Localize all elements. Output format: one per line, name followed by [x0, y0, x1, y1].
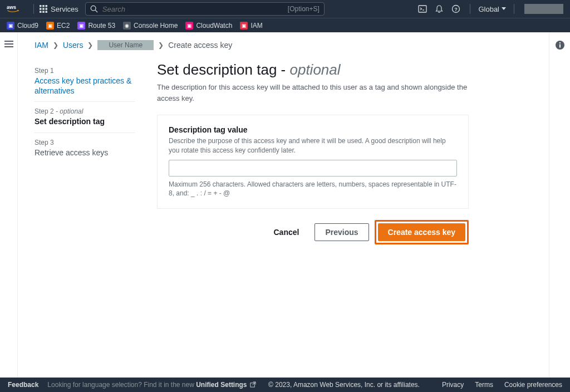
- svg-rect-21: [559, 45, 561, 48]
- step-2-label: Set description tag: [35, 116, 135, 126]
- language-hint: Looking for language selection? Find it …: [47, 381, 256, 389]
- svg-rect-2: [42, 5, 45, 7]
- field-hint: Maximum 256 characters. Allowed characte…: [169, 180, 457, 199]
- copyright: © 2023, Amazon Web Services, Inc. or its…: [268, 381, 420, 389]
- unified-settings-link[interactable]: Unified Settings: [196, 381, 247, 389]
- notifications-icon[interactable]: [431, 1, 448, 17]
- iam-icon: ▣: [240, 22, 248, 30]
- page-description: The description for this access key will…: [157, 82, 469, 104]
- divider: [470, 4, 470, 14]
- breadcrumb-current: Create access key: [168, 41, 232, 50]
- step-3: Step 3 Retrieve access keys: [35, 133, 135, 163]
- fav-cloud9[interactable]: ▣Cloud9: [7, 22, 38, 30]
- divider: [514, 4, 514, 14]
- svg-line-11: [95, 10, 97, 12]
- ec2-icon: ▣: [46, 22, 54, 30]
- breadcrumb: IAM ❯ Users ❯ User Name ❯ Create access …: [18, 32, 549, 50]
- feedback-link[interactable]: Feedback: [8, 381, 38, 389]
- account-menu[interactable]: [524, 4, 563, 14]
- previous-button[interactable]: Previous: [315, 223, 368, 241]
- aws-logo[interactable]: aws: [7, 4, 23, 14]
- console-home-icon: ◉: [123, 22, 131, 30]
- field-help: Describe the purpose of this access key …: [169, 136, 457, 155]
- svg-rect-5: [42, 8, 45, 10]
- divider: [33, 4, 34, 14]
- top-nav: aws Services [Option+S] ? Global: [0, 0, 570, 18]
- svg-text:aws: aws: [7, 4, 16, 10]
- chevron-down-icon: [502, 7, 506, 11]
- cookie-prefs-link[interactable]: Cookie preferences: [504, 381, 562, 389]
- svg-rect-1: [40, 5, 42, 7]
- search-shortcut: [Option+S]: [288, 5, 320, 13]
- help-icon[interactable]: ?: [448, 1, 464, 17]
- fav-ec2[interactable]: ▣EC2: [46, 22, 70, 30]
- description-tag-input[interactable]: [169, 160, 457, 177]
- privacy-link[interactable]: Privacy: [442, 381, 464, 389]
- fav-cloudwatch[interactable]: ▣CloudWatch: [185, 22, 232, 30]
- wizard-steps: Step 1 Access key best practices & alter…: [35, 61, 135, 244]
- cloud9-icon: ▣: [7, 22, 14, 30]
- route53-icon: ▣: [77, 22, 85, 30]
- fav-console-home[interactable]: ◉Console Home: [123, 22, 178, 30]
- svg-rect-20: [559, 42, 561, 43]
- step-1[interactable]: Step 1 Access key best practices & alter…: [35, 61, 135, 102]
- cloudshell-icon[interactable]: [414, 1, 431, 17]
- svg-rect-3: [46, 5, 48, 7]
- favorites-bar: ▣Cloud9 ▣EC2 ▣Route 53 ◉Console Home ▣Cl…: [0, 18, 570, 32]
- services-label: Services: [51, 5, 78, 13]
- chevron-right-icon: ❯: [53, 41, 58, 49]
- svg-rect-12: [419, 6, 426, 12]
- breadcrumb-iam[interactable]: IAM: [35, 41, 48, 50]
- page-title: Set description tag - optional: [157, 61, 469, 79]
- cancel-button[interactable]: Cancel: [264, 223, 309, 241]
- fav-iam[interactable]: ▣IAM: [240, 22, 262, 30]
- region-selector[interactable]: Global: [478, 5, 506, 13]
- cloudwatch-icon: ▣: [185, 22, 193, 30]
- action-row: Cancel Previous Create access key: [157, 220, 469, 244]
- footer: Feedback Looking for language selection?…: [0, 378, 570, 392]
- chevron-right-icon: ❯: [87, 41, 93, 49]
- fav-route53[interactable]: ▣Route 53: [77, 22, 115, 30]
- svg-rect-9: [46, 11, 48, 13]
- step-1-label: Access key best practices & alternatives: [35, 76, 135, 96]
- svg-rect-4: [40, 8, 42, 10]
- terms-link[interactable]: Terms: [475, 381, 493, 389]
- field-label: Description tag value: [169, 125, 457, 134]
- create-button-highlight: Create access key: [375, 220, 469, 244]
- svg-text:?: ?: [455, 7, 458, 12]
- external-link-icon: [250, 381, 256, 388]
- left-panel-toggle[interactable]: [0, 32, 18, 378]
- search-box[interactable]: [Option+S]: [85, 2, 325, 16]
- info-panel-toggle[interactable]: [549, 32, 570, 378]
- svg-rect-6: [46, 8, 48, 10]
- search-input[interactable]: [102, 5, 288, 13]
- services-menu[interactable]: Services: [40, 5, 78, 13]
- svg-rect-8: [42, 11, 45, 13]
- description-panel: Description tag value Describe the purpo…: [157, 115, 469, 209]
- step-2: Step 2 - optional Set description tag: [35, 102, 135, 133]
- svg-rect-7: [40, 11, 42, 13]
- create-access-key-button[interactable]: Create access key: [378, 223, 465, 241]
- breadcrumb-users[interactable]: Users: [63, 41, 83, 50]
- step-3-label: Retrieve access keys: [35, 148, 135, 158]
- search-icon: [90, 5, 98, 13]
- region-label: Global: [478, 5, 499, 13]
- breadcrumb-user-name[interactable]: User Name: [97, 40, 154, 50]
- svg-point-10: [91, 6, 96, 11]
- chevron-right-icon: ❯: [158, 41, 164, 49]
